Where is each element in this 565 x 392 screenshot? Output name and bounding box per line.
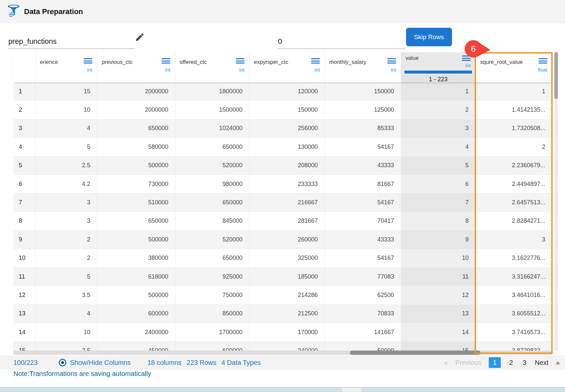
cell-monthly_salary: 81667	[324, 175, 401, 193]
cell-erience: 3.5	[35, 286, 97, 304]
horizontal-scrollbar[interactable]	[13, 351, 552, 355]
cell-squre_root_value: 2	[475, 138, 552, 156]
row-index-cell: 9	[13, 230, 35, 249]
cell-offered_ctc: 1024000	[175, 119, 249, 137]
cell-previous_ctc: 380000	[97, 249, 175, 267]
column-header-erience[interactable]: erienceint	[35, 52, 97, 82]
horizontal-scrollbar-thumb[interactable]	[350, 351, 480, 355]
page-1[interactable]: 1	[489, 357, 501, 368]
column-name: erience	[40, 59, 58, 65]
cell-offered_ctc: 1700000	[175, 323, 249, 341]
row-index-cell: 3	[13, 119, 35, 137]
first-page-arrow[interactable]: «	[444, 359, 448, 367]
cell-squre_root_value: 1.4142135...	[475, 101, 552, 119]
cell-monthly_salary: 62500	[324, 286, 401, 304]
dataset-name-input[interactable]	[8, 37, 135, 49]
cell-offered_ctc: 650000	[175, 193, 249, 211]
footer-bar: 100/223 Show/Hide Columns 18 columns 223…	[0, 356, 565, 370]
cell-squre_root_value: 3.6055512...	[475, 305, 552, 323]
cell-squre_root_value: 2.6457513...	[475, 193, 552, 211]
cell-previous_ctc: 450000	[97, 341, 175, 351]
column-header-monthly_salary[interactable]: monthly_salaryint	[324, 52, 401, 82]
transformation-count-badge: 6	[464, 39, 492, 58]
previous-page-button[interactable]: Previous	[455, 359, 481, 367]
vertical-scrollbar[interactable]	[554, 52, 558, 351]
cell-erience: 3	[35, 212, 97, 230]
column-header-previous_ctc[interactable]: previous_ctcint	[97, 52, 175, 82]
column-menu-icon[interactable]	[387, 58, 396, 65]
cell-squre_root_value: 1	[475, 82, 552, 100]
cell-previous_ctc: 2000000	[97, 101, 175, 119]
column-type-label: int	[165, 67, 170, 73]
cell-previous_ctc: 580000	[97, 138, 175, 156]
cell-monthly_salary: 54167	[324, 249, 401, 267]
cell-erience: 15	[35, 82, 97, 100]
cell-erience: 4	[35, 119, 97, 137]
show-hide-columns-button[interactable]: Show/Hide Columns	[58, 358, 130, 367]
cell-squre_root_value: 3.8729833...	[475, 341, 552, 351]
column-menu-icon[interactable]	[162, 58, 170, 65]
cell-erience: 4.2	[35, 175, 97, 193]
cell-monthly_salary: 54167	[324, 138, 401, 156]
table-row: 925000005200002600004333393	[13, 230, 552, 249]
cell-offered_ctc: 650000	[175, 138, 249, 156]
autosave-note: Note:Transformations are saving automati…	[13, 370, 151, 378]
cell-value: 13	[401, 305, 475, 323]
table-row: 836500008450002816677041782.8284271...	[13, 212, 552, 230]
column-menu-icon[interactable]	[311, 58, 320, 65]
cell-previous_ctc: 2400000	[97, 323, 175, 341]
cell-erience: 10	[35, 323, 97, 341]
edit-pencil-icon[interactable]	[135, 32, 145, 43]
cell-expyrsper_ctc: 170000	[249, 323, 324, 341]
table-row: 10238000065000032500054167103.1622776...	[13, 249, 552, 268]
cell-expyrsper_ctc: 325000	[249, 249, 324, 267]
column-type-label: float	[538, 67, 547, 73]
skip-rows-input[interactable]	[277, 37, 405, 49]
table-body: 1152000000180000012000015000011210200000…	[13, 82, 552, 351]
column-menu-icon[interactable]	[84, 58, 92, 65]
cell-offered_ctc: 750000	[175, 286, 249, 304]
page-scrollbar-thumb[interactable]	[342, 388, 361, 392]
cell-expyrsper_ctc: 233333	[249, 175, 324, 193]
skip-rows-button[interactable]: Skip Rows	[406, 28, 452, 46]
cell-previous_ctc: 500000	[97, 230, 175, 249]
cell-monthly_salary: 70833	[324, 305, 401, 323]
data-types-count: 4 Data Types	[221, 359, 261, 367]
vertical-scrollbar-thumb[interactable]	[554, 52, 558, 99]
cell-offered_ctc: 1800000	[175, 82, 249, 100]
row-index-cell: 4	[13, 138, 35, 156]
table-row: 11561800092500018500077083113.3166247...	[13, 268, 552, 286]
column-name: value	[405, 55, 418, 61]
column-menu-icon[interactable]	[539, 58, 547, 65]
last-page-arrow[interactable]: »	[556, 359, 560, 367]
page-3[interactable]: 3	[522, 359, 528, 367]
column-name: previous_ctc	[102, 59, 133, 65]
cell-value: 5	[401, 157, 475, 175]
column-menu-icon[interactable]	[236, 58, 245, 65]
cell-offered_ctc: 850000	[175, 305, 249, 323]
cell-value: 1	[401, 82, 475, 100]
page-2[interactable]: 2	[508, 359, 514, 367]
table-row: 2102000000150000015000012500021.4142135.…	[13, 101, 552, 119]
cell-expyrsper_ctc: 281667	[249, 212, 324, 230]
column-type-label: int	[87, 67, 92, 73]
column-header-offered_ctc[interactable]: offered_ctcint	[175, 52, 249, 82]
table-row: 64.27300009800002333338166762.4494897...	[13, 175, 552, 193]
cell-squre_root_value: 3.4641016...	[475, 286, 552, 304]
cell-expyrsper_ctc: 185000	[249, 268, 324, 286]
cell-squre_root_value: 2.2360679...	[475, 157, 552, 175]
row-index-cell: 5	[13, 157, 35, 175]
page-scrollbar-track[interactable]	[0, 387, 565, 392]
cell-previous_ctc: 2000000	[97, 82, 175, 100]
cell-erience: 5	[35, 268, 97, 286]
cell-value: 8	[401, 212, 475, 230]
cell-squre_root_value: 2.8284271...	[475, 212, 552, 230]
row-index-cell: 10	[13, 249, 35, 267]
column-header-expyrsper_ctc[interactable]: expyrsper_ctcint	[249, 52, 324, 82]
app-header: Data Preparation	[0, 0, 565, 24]
row-index-cell: 11	[13, 268, 35, 286]
column-progress-bar	[404, 71, 472, 74]
cell-expyrsper_ctc: 260000	[249, 230, 324, 249]
next-page-button[interactable]: Next	[535, 359, 549, 367]
cell-offered_ctc: 925000	[175, 268, 249, 286]
